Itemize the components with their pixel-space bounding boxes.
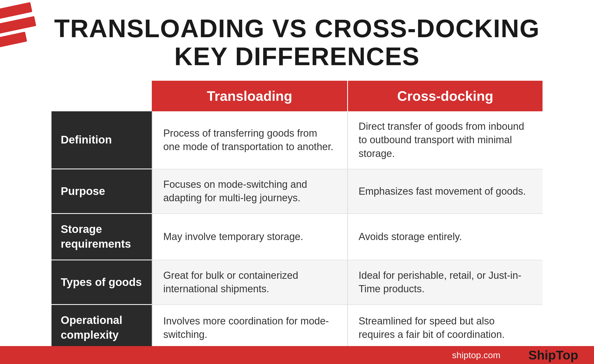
svg-rect-0 [0,2,32,19]
row-label: Definition [51,111,152,169]
header-crossdocking: Cross-docking [347,81,543,111]
table-container: Transloading Cross-docking DefinitionPro… [36,81,558,351]
header-label-col [51,81,152,111]
crossdocking-cell: Ideal for perishable, retail, or Just-in… [347,260,543,305]
transloading-cell: Involves more coordination for mode-swit… [152,305,347,351]
top-left-decoration [0,0,42,61]
svg-marker-4 [506,353,522,357]
row-label: Operational complexity [51,305,152,351]
brand-name: ShipTop [529,348,578,362]
title-line1: TRANSLOADING VS CROSS-DOCKING [54,14,540,42]
shiptop-icon [506,347,525,364]
table-row: Types of goodsGreat for bulk or containe… [51,260,543,305]
row-label: Storage requirements [51,214,152,260]
table-header-row: Transloading Cross-docking [51,81,543,111]
transloading-cell: Process of transferring goods from one m… [152,111,347,169]
transloading-cell: Focuses on mode-switching and adapting f… [152,169,347,214]
title-area: TRANSLOADING VS CROSS-DOCKING KEY DIFFER… [0,0,594,81]
comparison-table: Transloading Cross-docking DefinitionPro… [51,81,543,351]
title-line2: KEY DIFFERENCES [174,42,420,70]
svg-marker-5 [509,358,525,362]
table-row: Storage requirementsMay involve temporar… [51,214,543,260]
brand-logo: ShipTop [506,347,578,364]
crossdocking-cell: Direct transfer of goods from inbound to… [347,111,543,169]
crossdocking-cell: Emphasizes fast movement of goods. [347,169,543,214]
svg-rect-1 [0,16,36,34]
bottom-bar: shiptop.com ShipTop [0,346,594,364]
svg-rect-2 [0,32,27,47]
svg-marker-3 [509,348,525,352]
crossdocking-cell: Streamlined for speed but also requires … [347,305,543,351]
main-title: TRANSLOADING VS CROSS-DOCKING KEY DIFFER… [0,15,594,70]
row-label: Types of goods [51,260,152,305]
table-row: DefinitionProcess of transferring goods … [51,111,543,169]
transloading-cell: Great for bulk or containerized internat… [152,260,347,305]
row-label: Purpose [51,169,152,214]
table-row: Operational complexityInvolves more coor… [51,305,543,351]
header-transloading: Transloading [152,81,347,111]
transloading-cell: May involve temporary storage. [152,214,347,260]
crossdocking-cell: Avoids storage entirely. [347,214,543,260]
footer-url: shiptop.com [452,350,500,360]
table-row: PurposeFocuses on mode-switching and ada… [51,169,543,214]
